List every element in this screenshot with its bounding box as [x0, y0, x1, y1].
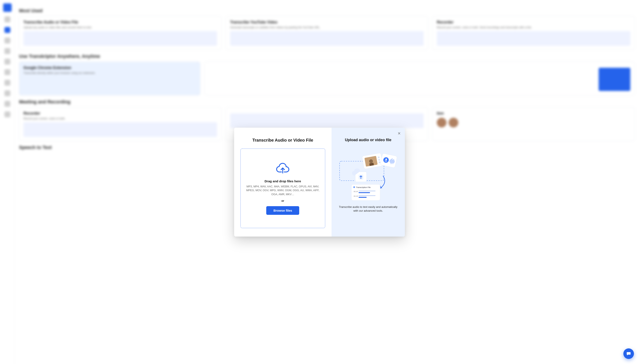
upload-modal: Transcribe Audio or Video File Drag and …: [234, 128, 405, 236]
svg-rect-25: [359, 190, 375, 192]
cloud-upload-icon: [276, 162, 290, 174]
right-title: Upload audio or video file: [345, 138, 391, 142]
modal-overlay: Transcribe Audio or Video File Drag and …: [0, 0, 639, 364]
modal-title: Transcribe Audio or Video File: [252, 138, 313, 143]
drop-formats: MP3, MP4, WAV, AAC, M4A, WEBM, FLAC, OPU…: [246, 185, 320, 196]
svg-point-22: [353, 186, 355, 188]
svg-rect-28: [359, 195, 375, 196]
svg-text:01:13: 01:13: [354, 195, 358, 197]
drop-or: or: [282, 199, 284, 202]
browse-files-button[interactable]: Browse files: [266, 206, 299, 215]
close-button[interactable]: [396, 130, 402, 136]
upload-illustration: Transcription File 01:12 01:13: [337, 148, 399, 201]
svg-rect-12: [380, 153, 397, 168]
modal-right-panel: Upload audio or video file: [332, 128, 405, 236]
drop-title: Drag and drop files here: [265, 179, 301, 183]
right-description: Transcribe audio to text easily and auto…: [337, 205, 399, 213]
chat-fab[interactable]: [623, 348, 634, 359]
svg-text:Transcription File: Transcription File: [356, 186, 371, 188]
chat-icon: [626, 351, 631, 356]
dropzone[interactable]: Drag and drop files here MP3, MP4, WAV, …: [241, 148, 325, 228]
close-icon: [397, 132, 401, 135]
svg-rect-26: [359, 192, 370, 193]
modal-left-panel: Transcribe Audio or Video File Drag and …: [234, 128, 332, 236]
svg-text:01:12: 01:12: [354, 190, 358, 192]
svg-rect-29: [359, 197, 367, 198]
